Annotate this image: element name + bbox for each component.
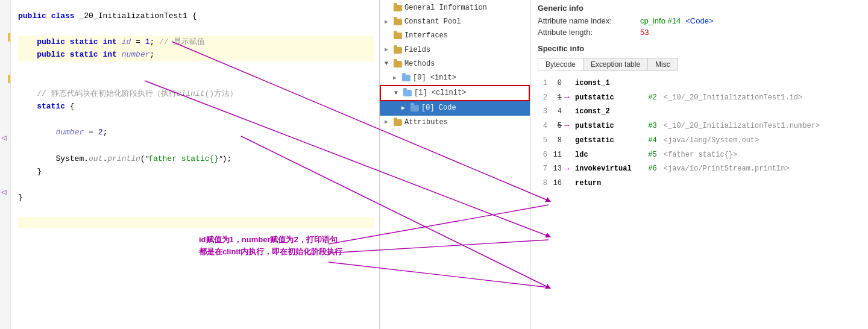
tree-arrow-fields: ▶	[385, 45, 393, 55]
gutter-marker-1	[8, 33, 10, 42]
tree-item-general[interactable]: General Information	[380, 1, 530, 15]
bc-row-4: 4 5 → putstatic #3 <_10/_20_Initializati…	[538, 119, 861, 133]
tree-arrow-code: ▶	[401, 104, 410, 113]
tree-item-clinit[interactable]: ▼ [1] <clinit>	[380, 85, 530, 101]
annotation-line-1: id赋值为1，number赋值为2，打印语句	[199, 234, 342, 246]
code-panel: ◁ ◁ public class _20_InitializationTest1…	[0, 0, 380, 329]
tree-item-interfaces[interactable]: Interfaces	[380, 29, 530, 43]
annotation-box: id赋值为1，number赋值为2，打印语句 都是在clinit内执行，即在初始…	[199, 234, 342, 257]
attr-name-row: Attribute name index: cp_info #14 <Code>	[538, 16, 861, 25]
tabs-bar: Bytecode Exception table Misc	[538, 58, 678, 71]
specific-info-title: Specific info	[538, 44, 861, 53]
code-line-5	[18, 61, 374, 74]
tree-label-interfaces: Interfaces	[404, 30, 448, 42]
bc-row-7: 7 13 → invokevirtual #6 <java/io/PrintSt…	[538, 162, 861, 177]
folder-icon-code	[410, 104, 420, 113]
code-line-3: public static int id = 1; // 显示赋值	[18, 36, 374, 48]
code-line-14	[18, 178, 374, 191]
info-panel: Generic info Attribute name index: cp_in…	[530, 0, 868, 329]
code-line-7: // 静态代码块在初始化阶段执行（执行clinit()方法）	[18, 87, 374, 100]
folder-icon-attributes	[393, 118, 403, 127]
tree-label-init: [0] <init>	[413, 72, 456, 84]
code-line-15: }	[18, 191, 374, 204]
code-line-6	[18, 74, 374, 87]
left-indicator-2: ◁	[1, 187, 6, 197]
tree-label-attributes: Attributes	[404, 117, 448, 128]
bc-row-6: 6 11 ldc #5 <father static{}>	[538, 148, 861, 162]
attr-name-extra: <Code>	[685, 16, 713, 25]
tree-arrow-constant-pool: ▶	[385, 17, 393, 27]
tree-arrow-clinit: ▼	[394, 89, 403, 98]
code-content: public class _20_InitializationTest1 { p…	[13, 5, 379, 233]
code-line-12: System.out.println("father static{}");	[18, 152, 374, 165]
tree-label-constant-pool: Constant Pool	[404, 16, 461, 28]
bc-row-2: 2 1 → putstatic #2 <_10/_20_Initializati…	[538, 90, 861, 105]
code-line-4: public static int number;	[18, 48, 374, 61]
tree-item-methods[interactable]: ▼ Methods	[380, 57, 530, 71]
attr-name-value: cp_info #14	[640, 16, 681, 25]
tree-arrow-init: ▶	[393, 74, 401, 83]
folder-icon-clinit	[403, 89, 412, 98]
bc-row-1: 1 0 iconst_1	[538, 76, 861, 90]
folder-icon-general	[393, 4, 403, 13]
tree-arrow-attributes: ▶	[385, 118, 393, 127]
folder-icon-interfaces	[393, 32, 403, 40]
code-line-10: number = 2;	[18, 126, 374, 139]
code-line-9	[18, 113, 374, 126]
annotation-line-2: 都是在clinit内执行，即在初始化阶段执行	[199, 246, 342, 258]
tree-item-attributes[interactable]: ▶ Attributes	[380, 116, 530, 130]
tree-label-general: General Information	[404, 2, 487, 14]
code-line-17	[18, 217, 374, 228]
bc-row-3: 3 4 iconst_2	[538, 105, 861, 119]
tab-misc[interactable]: Misc	[648, 58, 678, 70]
gutter-marker-2	[8, 75, 10, 83]
code-line-11	[18, 139, 374, 151]
code-gutter: ◁ ◁	[0, 0, 11, 329]
bc-row-5: 5 8 getstatic #4 <java/lang/System.out>	[538, 133, 861, 148]
bytecode-table: 1 0 iconst_1 2 1 → putstatic #2 <_10/_20…	[538, 76, 861, 190]
left-indicator-1: ◁	[1, 133, 6, 143]
tree-item-code[interactable]: ▶ [0] Code	[380, 101, 530, 115]
tree-label-fields: Fields	[404, 45, 430, 56]
tree-label-clinit: [1] <clinit>	[414, 87, 466, 99]
code-line-8: static {	[18, 100, 374, 113]
tree-arrow-methods: ▼	[385, 59, 393, 69]
folder-icon-constant-pool	[393, 18, 403, 27]
tree-item-fields[interactable]: ▶ Fields	[380, 43, 530, 57]
tab-bytecode[interactable]: Bytecode	[538, 58, 583, 70]
attr-length-row: Attribute length: 53	[538, 28, 861, 37]
generic-info-title: Generic info	[538, 4, 861, 13]
folder-icon-fields	[393, 46, 403, 54]
code-line-2	[18, 22, 374, 35]
tree-panel: General Information ▶ Constant Pool Inte…	[380, 0, 530, 329]
attr-length-value: 53	[640, 28, 649, 37]
main-container: ◁ ◁ public class _20_InitializationTest1…	[0, 0, 868, 329]
tree-label-methods: Methods	[404, 58, 435, 70]
tree-item-constant-pool[interactable]: ▶ Constant Pool	[380, 15, 530, 29]
tab-exception-table[interactable]: Exception table	[583, 58, 648, 70]
code-line-16	[18, 204, 374, 217]
code-line-13: }	[18, 165, 374, 178]
attr-length-label: Attribute length:	[538, 28, 640, 37]
tree-label-code: [0] Code	[421, 102, 456, 114]
folder-icon-methods	[393, 60, 403, 68]
tree-item-init[interactable]: ▶ [0] <init>	[380, 71, 530, 85]
attr-name-label: Attribute name index:	[538, 16, 640, 25]
bc-row-8: 8 16 return	[538, 177, 861, 191]
folder-icon-init	[401, 74, 411, 83]
code-line-1: public class _20_InitializationTest1 {	[18, 10, 374, 22]
